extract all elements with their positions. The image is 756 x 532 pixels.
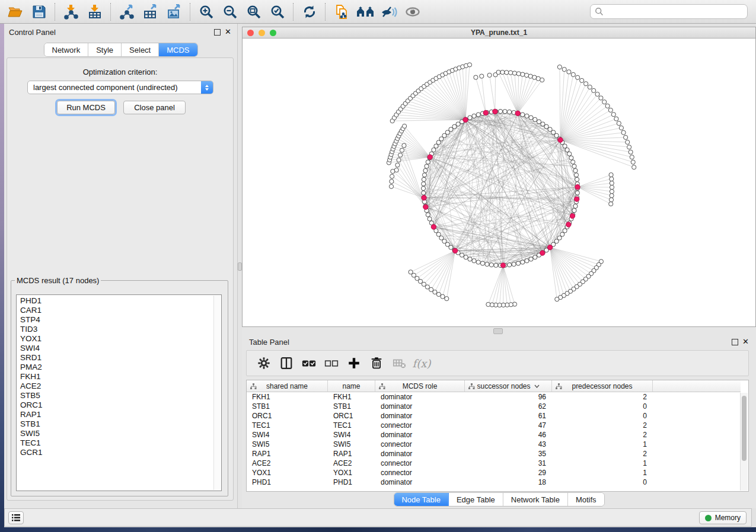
refresh-view-button[interactable] bbox=[298, 2, 321, 22]
network-node[interactable] bbox=[525, 73, 529, 77]
import-table-button[interactable] bbox=[83, 2, 107, 22]
tab-style[interactable]: Style bbox=[88, 43, 122, 56]
close-panel-icon[interactable]: ✕ bbox=[225, 27, 231, 36]
network-node[interactable] bbox=[472, 114, 476, 118]
network-node[interactable] bbox=[610, 190, 614, 194]
network-node[interactable] bbox=[521, 260, 525, 264]
network-node[interactable] bbox=[592, 88, 596, 92]
network-node[interactable] bbox=[610, 181, 614, 185]
network-hub-node[interactable] bbox=[575, 185, 580, 190]
list-item[interactable]: CAR1 bbox=[20, 306, 212, 315]
network-node[interactable] bbox=[572, 209, 576, 213]
network-node[interactable] bbox=[421, 186, 425, 190]
network-hub-node[interactable] bbox=[558, 137, 563, 142]
network-node[interactable] bbox=[580, 78, 584, 82]
network-node[interactable] bbox=[626, 140, 630, 144]
network-node[interactable] bbox=[569, 156, 573, 160]
network-node[interactable] bbox=[571, 72, 575, 76]
list-item[interactable]: GCR1 bbox=[20, 448, 212, 457]
network-node[interactable] bbox=[441, 294, 445, 299]
table-scrollbar[interactable] bbox=[740, 393, 748, 491]
mcds-result-list[interactable]: PHD1CAR1STP4TID3YOX1SWI4SRD1PMA2FKH1ACE2… bbox=[16, 294, 222, 491]
network-node[interactable] bbox=[487, 73, 492, 77]
network-node[interactable] bbox=[464, 255, 468, 259]
list-item[interactable]: PHD1 bbox=[20, 296, 212, 306]
network-node[interactable] bbox=[533, 255, 537, 259]
network-node[interactable] bbox=[460, 253, 464, 257]
network-hub-node[interactable] bbox=[463, 117, 468, 122]
network-node[interactable] bbox=[508, 263, 512, 267]
network-node[interactable] bbox=[610, 185, 614, 190]
network-node[interactable] bbox=[540, 78, 544, 82]
network-node[interactable] bbox=[605, 104, 610, 108]
network-node[interactable] bbox=[426, 160, 430, 164]
network-node[interactable] bbox=[503, 110, 507, 114]
save-session-button[interactable] bbox=[27, 2, 51, 22]
tab-edge-table[interactable]: Edge Table bbox=[449, 493, 503, 506]
list-item[interactable]: RAP1 bbox=[20, 410, 212, 419]
splitter-handle[interactable] bbox=[238, 262, 242, 271]
network-node[interactable] bbox=[422, 282, 426, 286]
network-node[interactable] bbox=[496, 70, 500, 74]
network-node[interactable] bbox=[608, 108, 613, 112]
table-row[interactable]: TEC1TEC1connector472 bbox=[247, 421, 741, 430]
network-node[interactable] bbox=[624, 135, 628, 139]
tab-mcds[interactable]: MCDS bbox=[159, 43, 197, 56]
network-node[interactable] bbox=[505, 70, 509, 75]
add-column-button[interactable] bbox=[343, 353, 365, 373]
network-node[interactable] bbox=[521, 72, 525, 76]
network-node[interactable] bbox=[610, 194, 614, 198]
network-node[interactable] bbox=[400, 148, 404, 152]
network-node[interactable] bbox=[439, 236, 444, 240]
network-node[interactable] bbox=[436, 140, 441, 145]
network-node[interactable] bbox=[560, 232, 564, 236]
network-node[interactable] bbox=[485, 262, 489, 266]
network-node[interactable] bbox=[402, 143, 406, 148]
network-node[interactable] bbox=[631, 160, 635, 164]
horizontal-splitter[interactable] bbox=[242, 327, 756, 335]
network-node[interactable] bbox=[422, 182, 426, 186]
list-item[interactable]: STB1 bbox=[20, 419, 212, 429]
network-hub-node[interactable] bbox=[515, 111, 520, 116]
list-item[interactable]: SRD1 bbox=[20, 353, 212, 363]
zoom-selected-button[interactable] bbox=[266, 2, 289, 22]
network-node[interactable] bbox=[494, 263, 498, 267]
memory-button[interactable]: Memory bbox=[699, 511, 747, 524]
network-node[interactable] bbox=[480, 74, 484, 78]
network-node[interactable] bbox=[486, 302, 490, 306]
network-node[interactable] bbox=[573, 204, 578, 208]
network-node[interactable] bbox=[619, 126, 623, 130]
table-row[interactable]: RAP1RAP1dominator352 bbox=[247, 449, 741, 459]
network-hub-node[interactable] bbox=[566, 222, 571, 227]
split-columns-button[interactable] bbox=[275, 353, 298, 373]
network-node[interactable] bbox=[573, 168, 578, 172]
network-node[interactable] bbox=[449, 127, 453, 132]
network-node[interactable] bbox=[562, 68, 566, 72]
export-image-button[interactable] bbox=[162, 2, 186, 22]
network-node[interactable] bbox=[571, 160, 575, 164]
hide-selected-button[interactable] bbox=[377, 2, 401, 22]
network-node[interactable] bbox=[432, 148, 436, 152]
network-node[interactable] bbox=[509, 70, 513, 75]
network-node[interactable] bbox=[630, 155, 634, 159]
network-node[interactable] bbox=[422, 173, 426, 177]
network-node[interactable] bbox=[588, 85, 592, 89]
table-row[interactable]: FKH1FKH1dominator962 bbox=[247, 392, 741, 402]
zoom-in-button[interactable] bbox=[194, 2, 218, 22]
network-node[interactable] bbox=[537, 120, 541, 124]
network-node[interactable] bbox=[436, 292, 441, 296]
network-hub-node[interactable] bbox=[422, 196, 426, 200]
network-node[interactable] bbox=[397, 158, 401, 162]
network-node[interactable] bbox=[574, 173, 578, 177]
list-item[interactable]: STB5 bbox=[20, 391, 212, 400]
network-hub-node[interactable] bbox=[575, 197, 579, 201]
search-box[interactable] bbox=[590, 4, 748, 19]
run-mcds-button[interactable]: Run MCDS bbox=[57, 101, 115, 114]
zoom-fit-button[interactable] bbox=[242, 2, 266, 22]
network-node[interactable] bbox=[429, 287, 433, 291]
list-item[interactable]: STP4 bbox=[20, 315, 212, 325]
table-row[interactable]: ACE2ACE2connector311 bbox=[247, 459, 741, 468]
table-settings-button[interactable] bbox=[253, 353, 275, 373]
network-hub-node[interactable] bbox=[431, 225, 436, 229]
network-node[interactable] bbox=[474, 75, 478, 79]
